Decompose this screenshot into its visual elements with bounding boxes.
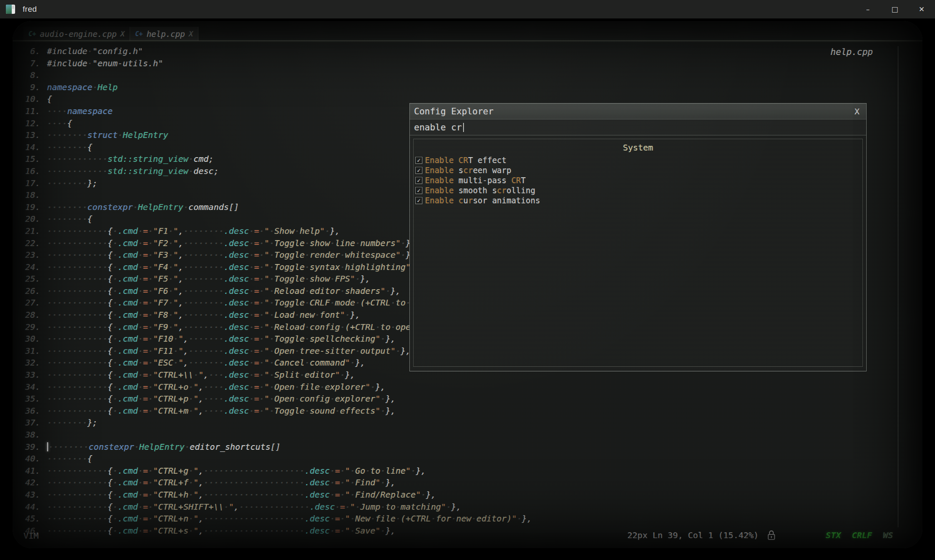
line-number: 12. xyxy=(16,117,40,130)
dialog-close-button[interactable]: X xyxy=(854,106,859,117)
code-line[interactable]: 9.namespace·Help xyxy=(16,81,532,93)
line-number: 31. xyxy=(16,345,40,357)
code-line[interactable]: 37.········}; xyxy=(16,417,532,429)
status-flag-crlf: CRLF xyxy=(852,530,872,540)
cpp-file-icon: C+ xyxy=(135,30,143,38)
option-label: Enable screen warp xyxy=(425,166,511,175)
option-label: Enable smooth scrolling xyxy=(425,186,535,195)
line-number: 38. xyxy=(16,429,40,441)
line-number: 30. xyxy=(16,333,40,345)
code-line[interactable]: 43.············{·.cmd·=·"CTRL+h·",······… xyxy=(16,489,532,501)
line-number: 10. xyxy=(16,93,40,105)
line-number: 11. xyxy=(16,105,40,117)
dialog-body: System ✓Enable CRT effect✓Enable screen … xyxy=(413,139,863,367)
config-option-row[interactable]: ✓Enable multi-pass CRT xyxy=(414,175,862,185)
status-right-group: 22px Ln 39, Col 1 (15.42%) STXCRLFWS xyxy=(628,530,893,541)
status-flags: STXCRLFWS xyxy=(826,530,893,540)
code-line[interactable]: 38. xyxy=(16,429,532,441)
config-option-row[interactable]: ✓Enable cursor animations xyxy=(414,195,862,205)
line-number: 17. xyxy=(16,177,40,189)
code-line[interactable]: 41.············{·.cmd·=·"CTRL+g·",······… xyxy=(16,465,532,477)
line-number: 37. xyxy=(16,417,40,429)
filename-badge: help.cpp xyxy=(831,47,873,57)
checkbox[interactable]: ✓ xyxy=(415,167,422,174)
line-number: 24. xyxy=(16,261,40,273)
tab-bar: C+audio-engine.cppXC+help.cppX xyxy=(23,27,198,41)
code-line[interactable]: 36.············{·.cmd·=·"CTRL+m·",····.d… xyxy=(16,405,532,417)
line-number: 14. xyxy=(16,141,40,153)
tab-close-icon[interactable]: X xyxy=(120,30,125,38)
config-option-row[interactable]: ✓Enable CRT effect xyxy=(414,155,862,165)
code-line[interactable]: 8. xyxy=(16,69,532,81)
maximize-button[interactable]: □ xyxy=(881,0,908,18)
tab-label: audio-engine.cpp xyxy=(40,29,117,39)
line-number: 35. xyxy=(16,393,40,405)
line-number: 28. xyxy=(16,309,40,321)
code-line[interactable]: 39.········constexpr·HelpEntry·editor_sh… xyxy=(16,441,532,453)
code-line[interactable]: 7.#include·"enum-utils.h" xyxy=(16,57,532,70)
tab-audio-engine.cpp[interactable]: C+audio-engine.cppX xyxy=(23,27,130,41)
line-number: 20. xyxy=(16,213,40,225)
checkbox[interactable]: ✓ xyxy=(415,197,422,204)
close-button[interactable]: ✕ xyxy=(908,0,935,18)
lock-icon xyxy=(767,530,776,541)
config-option-row[interactable]: ✓Enable screen warp xyxy=(414,165,862,175)
screen-edge-reflection xyxy=(898,46,899,527)
line-number: 6. xyxy=(16,45,40,57)
code-line[interactable]: 35.············{·.cmd·=·"CTRL+p·",····.d… xyxy=(16,393,532,405)
line-number: 34. xyxy=(16,381,40,393)
line-number: 18. xyxy=(16,189,40,201)
line-number: 40. xyxy=(16,453,40,465)
titlebar: fred – □ ✕ xyxy=(0,0,935,18)
checkbox[interactable]: ✓ xyxy=(415,187,422,194)
line-number: 39. xyxy=(16,441,40,453)
tab-label: help.cpp xyxy=(146,29,185,39)
dialog-header[interactable]: Config Explorer X xyxy=(410,104,866,119)
editor-screen[interactable]: C+audio-engine.cppXC+help.cppX help.cpp … xyxy=(13,21,922,548)
status-bar: VIM 22px Ln 39, Col 1 (15.42%) STXCRLFWS xyxy=(13,530,922,542)
line-number: 19. xyxy=(16,201,40,213)
line-number: 32. xyxy=(16,357,40,369)
text-caret xyxy=(463,123,464,132)
cursor-position: 22px Ln 39, Col 1 (15.42%) xyxy=(628,530,759,540)
vim-mode-indicator: VIM xyxy=(23,531,39,541)
app-icon xyxy=(6,5,15,14)
code-line[interactable]: 6.#include·"config.h" xyxy=(16,45,532,57)
minimize-button[interactable]: – xyxy=(854,0,881,18)
option-label: Enable CRT effect xyxy=(425,156,506,165)
window-controls: – □ ✕ xyxy=(854,0,935,18)
code-line[interactable]: 34.············{·.cmd·=·"CTRL+o·",····.d… xyxy=(16,381,532,393)
search-input[interactable]: enable cr xyxy=(410,119,866,135)
line-number: 45. xyxy=(16,513,40,525)
status-flag-ws: WS xyxy=(883,530,893,540)
code-line[interactable]: 40.········{ xyxy=(16,453,532,465)
line-number: 23. xyxy=(16,249,40,261)
status-flag-stx: STX xyxy=(826,530,841,540)
checkbox[interactable]: ✓ xyxy=(415,177,422,184)
line-number: 15. xyxy=(16,153,40,165)
checkbox[interactable]: ✓ xyxy=(415,157,422,164)
line-number: 16. xyxy=(16,165,40,177)
line-number: 33. xyxy=(16,369,40,381)
code-line[interactable]: 44.············{·.cmd·=·"CTRL+SHIFT+\\·"… xyxy=(16,501,532,513)
line-number: 8. xyxy=(16,69,40,81)
line-number: 41. xyxy=(16,465,40,477)
line-number: 22. xyxy=(16,237,40,249)
tab-help.cpp[interactable]: C+help.cppX xyxy=(130,27,198,41)
tab-close-icon[interactable]: X xyxy=(189,30,193,38)
code-line[interactable]: 45.············{·.cmd·=·"CTRL+n·",······… xyxy=(16,513,532,525)
option-label: Enable multi-pass CRT xyxy=(425,176,526,185)
line-number: 21. xyxy=(16,225,40,237)
search-query: enable cr xyxy=(414,122,462,132)
line-number: 13. xyxy=(16,129,40,141)
code-line[interactable]: 42.············{·.cmd·=·"CTRL+f·",······… xyxy=(16,477,532,489)
config-option-row[interactable]: ✓Enable smooth scrolling xyxy=(414,185,862,195)
line-number: 26. xyxy=(16,285,40,297)
line-number: 43. xyxy=(16,489,40,501)
dialog-title: Config Explorer xyxy=(414,106,494,117)
line-number: 9. xyxy=(16,81,40,93)
line-number: 7. xyxy=(16,57,40,70)
section-header: System xyxy=(414,143,862,153)
window-title: fred xyxy=(23,5,37,14)
crt-frame: C+audio-engine.cppXC+help.cppX help.cpp … xyxy=(0,18,935,560)
